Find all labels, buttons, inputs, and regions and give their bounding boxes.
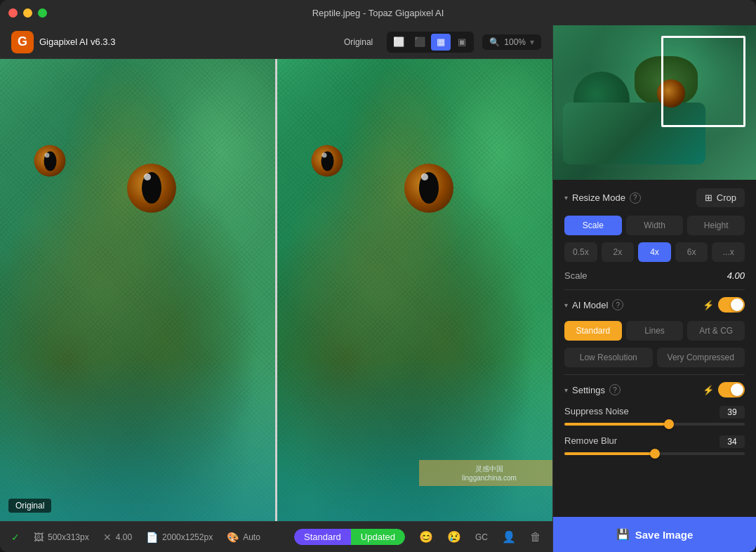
- main-layout: G Gigapixel AI v6.3.3 Original ⬜ ⬛ ▦ ▣ 🔍…: [0, 25, 756, 552]
- crop-box-overlay[interactable]: [661, 36, 745, 127]
- gc-label: GC: [475, 532, 488, 542]
- save-label: Save Image: [635, 529, 694, 541]
- divider-1: [564, 289, 745, 290]
- crop-button-container: ⊞ Crop: [696, 188, 745, 207]
- suppress-noise-header: Suppress Noise 39: [564, 406, 745, 419]
- lightning-icon: ⚡: [703, 300, 714, 310]
- settings-title: Settings: [572, 385, 605, 395]
- person-icon: 👤: [502, 530, 516, 544]
- lizard-eye-main: [127, 164, 176, 213]
- suppress-noise-track[interactable]: [564, 423, 745, 426]
- scale-tab[interactable]: Scale: [564, 216, 622, 235]
- zoom-control[interactable]: 🔍 100% ▾: [482, 34, 541, 50]
- view-single-right[interactable]: ▣: [452, 34, 472, 51]
- scale-0.5x[interactable]: 0.5x: [564, 242, 597, 262]
- view-mode-group: ⬜ ⬛ ▦ ▣: [387, 32, 474, 53]
- chevron-settings-icon: ▾: [564, 386, 568, 394]
- auto-icon: 🎨: [227, 532, 239, 543]
- resize-help-badge[interactable]: ?: [630, 192, 641, 204]
- scale-label: Scale: [564, 270, 588, 281]
- suppress-noise-value: 39: [719, 406, 745, 419]
- input-resolution: 500x313px: [48, 532, 89, 542]
- settings-header: ▾ Settings ? ⚡: [564, 382, 745, 397]
- minimize-button[interactable]: [23, 8, 32, 18]
- resize-mode-title: Resize Mode: [572, 192, 625, 203]
- art-cg-model-tab[interactable]: Art & CG: [687, 321, 745, 341]
- ai-help-badge[interactable]: ?: [612, 299, 623, 310]
- low-resolution-btn[interactable]: Low Resolution: [564, 348, 653, 367]
- settings-toggle-container: ⚡: [703, 382, 745, 397]
- sad-emoji[interactable]: 😢: [447, 530, 461, 544]
- lizard-eye-left-r: [311, 145, 343, 176]
- crop-label: Crop: [717, 192, 736, 203]
- image-panel: G Gigapixel AI v6.3.3 Original ⬜ ⬛ ▦ ▣ 🔍…: [0, 25, 552, 552]
- window-title: Reptile.jpeg - Topaz Gigapixel AI: [312, 8, 444, 18]
- settings-toggle[interactable]: [718, 382, 745, 397]
- zoom-icon: 🔍: [489, 37, 500, 47]
- scale-custom[interactable]: ...x: [712, 242, 745, 262]
- suppress-noise-slider: Suppress Noise 39: [564, 406, 745, 426]
- scale-value-row: Scale 4.00: [564, 270, 745, 281]
- close-button[interactable]: [8, 8, 18, 18]
- ai-toggle[interactable]: [718, 297, 745, 313]
- right-panel: ▾ Resize Mode ? ⊞ Crop Scale Width Heigh…: [552, 25, 756, 552]
- app-logo: G: [11, 31, 34, 53]
- settings-help-badge[interactable]: ?: [609, 384, 621, 395]
- standard-badge: Standard: [294, 529, 351, 545]
- status-check: ✓: [11, 532, 20, 543]
- app-toolbar: G Gigapixel AI v6.3.3 Original ⬜ ⬛ ▦ ▣ 🔍…: [0, 25, 552, 59]
- crop-icon: ⊞: [705, 192, 712, 203]
- chevron-icon: ▾: [564, 194, 568, 202]
- crop-button[interactable]: ⊞ Crop: [696, 188, 745, 207]
- output-icon: 📄: [146, 532, 158, 543]
- zoom-dropdown-icon: ▾: [530, 37, 534, 47]
- remove-blur-slider: Remove Blur 34: [564, 435, 745, 455]
- save-image-button[interactable]: 💾 Save Image: [553, 517, 756, 552]
- original-button[interactable]: Original: [338, 34, 378, 50]
- status-input-res: 🖼 500x313px: [34, 532, 89, 543]
- suppress-noise-thumb[interactable]: [664, 419, 674, 429]
- window-controls[interactable]: [8, 8, 47, 18]
- view-single-left[interactable]: ⬜: [389, 34, 409, 51]
- view-split-v[interactable]: ⬛: [410, 34, 430, 51]
- standard-model-tab[interactable]: Standard: [564, 321, 622, 341]
- original-label: Original: [8, 499, 51, 513]
- ai-sub-options: Low Resolution Very Compressed: [564, 348, 745, 367]
- image-processed: 灵感中国 lingganchina.com: [277, 59, 552, 521]
- width-tab[interactable]: Width: [626, 216, 684, 235]
- lightning-settings-icon: ⚡: [703, 385, 714, 395]
- processing-status-badge: Standard Updated: [294, 529, 405, 545]
- happy-emoji[interactable]: 😊: [419, 530, 433, 544]
- lizard-lower-r: [277, 360, 552, 521]
- very-compressed-btn[interactable]: Very Compressed: [657, 348, 745, 367]
- scale-6x[interactable]: 6x: [675, 242, 708, 262]
- remove-blur-value: 34: [719, 435, 745, 448]
- remove-blur-header: Remove Blur 34: [564, 435, 745, 448]
- ai-model-header: ▾ AI Model ? ⚡: [564, 297, 745, 313]
- scale-value: 4.00: [116, 532, 132, 542]
- watermark: 灵感中国 lingganchina.com: [419, 460, 552, 486]
- ai-model-tab-group: Standard Lines Art & CG: [564, 321, 745, 341]
- status-output-res: 📄 2000x1252px: [146, 532, 213, 543]
- logo-area: G Gigapixel AI v6.3.3: [11, 31, 115, 53]
- toggle-knob: [731, 298, 743, 311]
- zoom-value: 100%: [504, 37, 526, 47]
- height-tab[interactable]: Height: [687, 216, 745, 235]
- scale-display-value: 4.00: [727, 270, 745, 281]
- ai-toggle-container: ⚡: [703, 297, 745, 313]
- trash-icon[interactable]: 🗑: [530, 531, 541, 544]
- maximize-button[interactable]: [38, 8, 47, 18]
- view-split-h[interactable]: ▦: [431, 34, 451, 51]
- image-area: Original: [0, 59, 552, 521]
- scale-2x[interactable]: 2x: [602, 242, 635, 262]
- remove-blur-track[interactable]: [564, 452, 745, 455]
- resize-mode-header: ▾ Resize Mode ? ⊞ Crop: [564, 188, 745, 207]
- remove-blur-thumb[interactable]: [650, 449, 660, 459]
- scale-4x[interactable]: 4x: [638, 242, 671, 262]
- suppress-noise-label: Suppress Noise: [564, 406, 629, 419]
- lines-model-tab[interactable]: Lines: [626, 321, 684, 341]
- image-divider: [275, 59, 277, 521]
- status-bar: ✓ 🖼 500x313px ✕ 4.00 📄 2000x1252px 🎨 Aut…: [0, 521, 552, 552]
- remove-blur-label: Remove Blur: [564, 435, 617, 448]
- check-icon: ✓: [11, 532, 20, 543]
